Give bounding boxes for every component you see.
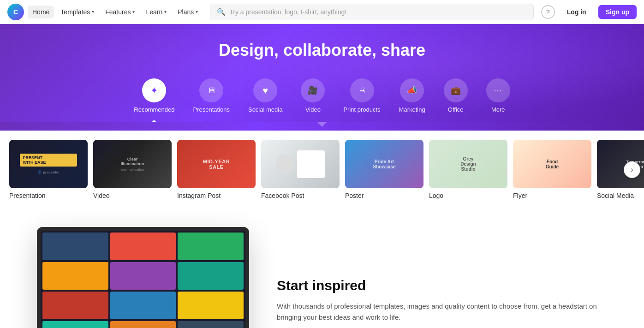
cat-presentations[interactable]: 🖥 Presentations xyxy=(184,73,239,122)
inspired-title: Start inspired xyxy=(277,278,607,293)
office-icon: 💼 xyxy=(444,78,468,102)
cards-section: PRESENTWITH EASE 👤 presenter Presentatio… xyxy=(0,131,644,209)
card-label-presentation: Presentation xyxy=(9,192,88,199)
recommended-icon: ✦ xyxy=(142,78,166,102)
card-label-flyer: Flyer xyxy=(513,192,591,199)
login-button[interactable]: Log in xyxy=(560,5,594,19)
card-thumb-poster: Pride ArtShowcase xyxy=(345,140,423,188)
card-thumb-facebook xyxy=(261,140,340,188)
learn-chevron-icon: ▾ xyxy=(164,9,167,14)
cat-video[interactable]: 🎥 Video xyxy=(292,73,334,122)
screen-card-8 xyxy=(110,292,176,319)
card-label-facebook: Facebook Post xyxy=(261,192,340,199)
cat-video-label: Video xyxy=(305,106,321,113)
nav-right: ? Log in Sign up xyxy=(541,5,637,19)
screen-card-4 xyxy=(42,262,108,290)
print-products-icon: 🖨 xyxy=(350,78,374,102)
card-flyer[interactable]: FoodGuide Flyer xyxy=(513,140,591,199)
screen-card-6 xyxy=(178,262,244,290)
laptop-body xyxy=(37,227,249,328)
help-button[interactable]: ? xyxy=(541,5,555,19)
screen-card-12 xyxy=(178,321,244,328)
card-video[interactable]: ClearIlluminationand motivation Video xyxy=(93,140,172,199)
canva-logo[interactable]: C xyxy=(7,4,24,20)
cat-office-label: Office xyxy=(448,106,464,113)
card-instagram[interactable]: MID-YEARSALE Instagram Post xyxy=(177,140,256,199)
lower-section: Start inspired With thousands of profess… xyxy=(0,209,644,328)
card-thumb-video: ClearIlluminationand motivation xyxy=(93,140,172,188)
inspired-text: Start inspired With thousands of profess… xyxy=(277,278,607,323)
screen-card-3 xyxy=(178,233,244,260)
scroll-right-button[interactable]: › xyxy=(624,161,640,178)
marketing-icon: 📣 xyxy=(400,78,424,102)
cat-recommended-label: Recommended xyxy=(134,106,174,113)
nav-home[interactable]: Home xyxy=(28,6,54,18)
search-bar: 🔍 xyxy=(210,4,533,20)
plans-chevron-icon: ▾ xyxy=(196,9,198,14)
hero-section: Design, collaborate, share ✦ Recommended… xyxy=(0,24,644,122)
social-media-icon: ♥ xyxy=(253,78,277,102)
nav-templates[interactable]: Templates ▾ xyxy=(56,6,99,18)
templates-chevron-icon: ▾ xyxy=(92,9,94,14)
cat-social-media[interactable]: ♥ Social media xyxy=(239,73,292,122)
category-nav: ✦ Recommended 🖥 Presentations ♥ Social m… xyxy=(0,73,644,122)
cat-office[interactable]: 💼 Office xyxy=(435,73,477,122)
card-thumb-instagram: MID-YEARSALE xyxy=(177,140,256,188)
video-icon: 🎥 xyxy=(301,78,325,102)
cat-marketing[interactable]: 📣 Marketing xyxy=(390,73,435,122)
card-thumb-logo: GreyDesignStudio xyxy=(429,140,507,188)
card-label-poster: Poster xyxy=(345,192,423,199)
cat-more-label: More xyxy=(491,106,505,113)
signup-button[interactable]: Sign up xyxy=(598,5,637,19)
card-poster[interactable]: Pride ArtShowcase Poster xyxy=(345,140,423,199)
card-label-logo: Logo xyxy=(429,192,507,199)
hero-title: Design, collaborate, share xyxy=(0,41,644,60)
card-label-social-media: Social Media xyxy=(597,192,644,199)
cat-presentations-label: Presentations xyxy=(193,106,230,113)
screen-card-5 xyxy=(110,262,176,290)
laptop-screen xyxy=(41,231,245,328)
card-logo[interactable]: GreyDesignStudio Logo xyxy=(429,140,507,199)
card-label-video: Video xyxy=(93,192,172,199)
inspired-desc: With thousands of professional templates… xyxy=(277,301,607,323)
more-icon: ··· xyxy=(486,78,510,102)
screen-card-7 xyxy=(42,292,108,319)
presentations-icon: 🖥 xyxy=(199,78,223,102)
search-input[interactable] xyxy=(229,8,526,16)
screen-card-2 xyxy=(110,233,176,260)
screen-card-10 xyxy=(42,321,108,328)
cat-print-products-label: Print products xyxy=(343,106,380,113)
card-thumb-presentation: PRESENTWITH EASE 👤 presenter xyxy=(9,140,88,188)
laptop-mockup xyxy=(37,227,249,328)
card-label-instagram: Instagram Post xyxy=(177,192,256,199)
cat-marketing-label: Marketing xyxy=(399,106,425,113)
cat-recommended[interactable]: ✦ Recommended xyxy=(125,73,184,122)
card-thumb-flyer: FoodGuide xyxy=(513,140,591,188)
navbar: C Home Templates ▾ Features ▾ Learn ▾ Pl… xyxy=(0,0,644,24)
screen-card-1 xyxy=(42,233,108,260)
screen-card-9 xyxy=(178,292,244,319)
screen-card-11 xyxy=(110,321,176,328)
nav-plans[interactable]: Plans ▾ xyxy=(173,6,203,18)
card-facebook[interactable]: Facebook Post xyxy=(261,140,340,199)
nav-features[interactable]: Features ▾ xyxy=(101,6,139,18)
nav-links: Home Templates ▾ Features ▾ Learn ▾ Plan… xyxy=(28,6,203,18)
cat-print-products[interactable]: 🖨 Print products xyxy=(334,73,389,122)
features-chevron-icon: ▾ xyxy=(132,9,135,14)
search-icon: 🔍 xyxy=(217,8,226,16)
cat-social-media-label: Social media xyxy=(248,106,282,113)
cards-row: PRESENTWITH EASE 👤 presenter Presentatio… xyxy=(9,140,644,199)
cat-more[interactable]: ··· More xyxy=(477,73,519,122)
nav-learn[interactable]: Learn ▾ xyxy=(141,6,171,18)
card-presentation[interactable]: PRESENTWITH EASE 👤 presenter Presentatio… xyxy=(9,140,88,199)
